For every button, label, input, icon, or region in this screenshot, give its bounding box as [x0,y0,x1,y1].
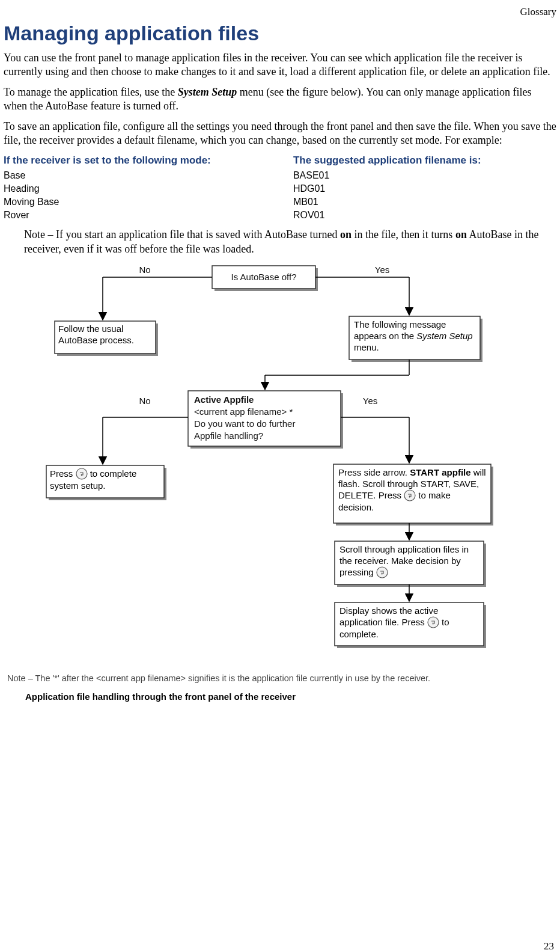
table-row: Heading HDG01 [4,182,556,195]
autobase-note: Note – If you start an application file … [24,228,556,256]
note-mid: in the file, then it turns [352,228,455,241]
flow-right3a: Scroll through application files in the … [339,544,469,577]
cell-mode: Rover [4,209,293,222]
intro-paragraph-1: You can use the front panel to manage ap… [4,51,556,79]
enter-icon [427,616,439,628]
flow-no-top: No [139,265,150,275]
flow-yes-mid: Yes [363,396,377,406]
flow-yes-top: Yes [375,265,389,275]
flowchart-diagram: Is AutoBase off? No Yes Follow the usual… [37,260,523,669]
flow-mid-l3: Do you want to do further [194,418,295,429]
cell-filename: MB01 [293,195,556,209]
flow-right2b: START appfile [410,467,470,477]
flow-no-mid: No [139,396,150,406]
cell-mode: Base [4,169,293,182]
intro-paragraph-2: To manage the application files, use the… [4,85,556,114]
flowchart-footnote: Note – The '*' after the <current app fi… [7,673,556,683]
flow-right4a: Display shows the active application fil… [339,605,438,627]
table-header-filename: The suggested application filename is: [293,153,556,169]
flow-q1: Is AutoBase off? [231,272,297,282]
note-on-2: on [455,228,467,241]
note-on-1: on [340,228,352,241]
figure-caption: Application file handling through the fr… [25,691,556,702]
page-title: Managing application files [4,22,556,45]
p2-part-a: To manage the application files, use the [4,86,178,98]
section-header: Glossary [4,6,556,18]
enter-icon [76,468,88,480]
page-number: 23 [544,940,554,950]
enter-icon [404,490,416,502]
mode-filename-table: If the receiver is set to the following … [4,153,556,222]
table-row: Base BASE01 [4,169,556,182]
flow-right2a: Press side arrow. [338,467,410,477]
intro-paragraph-3: To save an application file, configure a… [4,120,556,148]
cell-filename: HDG01 [293,182,556,195]
cell-filename: ROV01 [293,209,556,222]
cell-mode: Heading [4,182,293,195]
table-header-mode: If the receiver is set to the following … [4,153,293,169]
flow-left1: Follow the usual AutoBase process. [58,323,152,346]
flow-mid-l4: Appfile handling? [194,431,263,441]
p2-system-setup: System Setup [178,86,237,98]
flow-mid-l2: <current app filename> * [194,406,293,417]
table-row: Moving Base MB01 [4,195,556,209]
enter-icon [376,567,388,579]
cell-filename: BASE01 [293,169,556,182]
table-row: Rover ROV01 [4,209,556,222]
flow-right1b: System Setup [416,331,472,341]
cell-mode: Moving Base [4,195,293,209]
flow-right1c: menu. [354,343,379,353]
flow-left2a: Press [50,468,76,479]
note-prefix: Note – If you start an application file … [24,228,340,241]
flow-mid-l1: Active Appfile [194,394,254,405]
